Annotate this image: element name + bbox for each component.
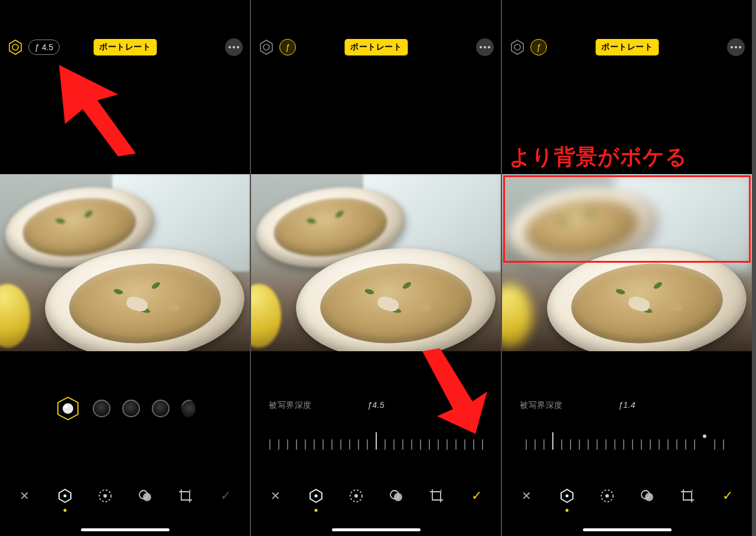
lighting-effect-row[interactable] — [0, 394, 250, 423]
f-symbol: ƒ — [536, 43, 541, 52]
panel-1: ƒ 4.5 ポートレート ✕ — [0, 0, 251, 536]
aperture-button[interactable]: ƒ — [530, 39, 547, 55]
svg-marker-12 — [260, 40, 272, 54]
depth-value: ƒ4.5 — [367, 400, 384, 410]
done-button[interactable]: ✓ — [467, 486, 487, 506]
svg-point-3 — [63, 403, 73, 414]
portrait-lighting-icon[interactable] — [258, 39, 275, 55]
aperture-value: ƒ 4.5 — [35, 43, 53, 52]
panel-2: ƒ ポートレート 被写界深度 ƒ4.5 ✕ — [251, 0, 502, 536]
svg-point-8 — [103, 494, 107, 498]
slider-indicator[interactable] — [376, 432, 377, 450]
home-indicator[interactable] — [583, 528, 672, 531]
slider-origin-dot — [703, 434, 706, 438]
svg-point-22 — [514, 44, 520, 50]
svg-marker-0 — [9, 40, 21, 54]
mode-badge[interactable]: ポートレート — [344, 39, 408, 55]
svg-marker-21 — [511, 40, 523, 54]
panel-3: ƒ ポートレート より背景がボケる 被写界深度 ƒ1.4 ✕ — [502, 0, 753, 536]
svg-point-28 — [645, 493, 653, 501]
photo-preview[interactable] — [0, 174, 250, 351]
edit-toolbar: ✕ ✓ — [251, 482, 501, 510]
cancel-button[interactable]: ✕ — [14, 486, 34, 506]
filters-tab-icon[interactable] — [135, 486, 155, 506]
aperture-button[interactable]: ƒ — [279, 39, 296, 55]
done-button[interactable]: ✓ — [216, 486, 236, 506]
portrait-tab-icon[interactable] — [55, 486, 75, 506]
svg-point-4 — [64, 405, 68, 408]
cancel-button[interactable]: ✕ — [265, 486, 285, 506]
annotation-arrow-1 — [47, 53, 154, 159]
lighting-option-5[interactable] — [181, 400, 195, 417]
portrait-tab-icon[interactable] — [306, 486, 326, 506]
filters-tab-icon[interactable] — [637, 486, 657, 506]
svg-marker-20 — [422, 348, 487, 434]
crop-tab-icon[interactable] — [426, 486, 447, 506]
topbar: ƒ ポートレート — [251, 35, 501, 59]
f-symbol: ƒ — [285, 43, 290, 52]
adjust-tab-icon[interactable] — [346, 486, 366, 506]
depth-labels: 被写界深度 ƒ1.4 — [502, 400, 752, 411]
lighting-hex-selected[interactable] — [55, 396, 81, 421]
home-indicator[interactable] — [332, 528, 421, 531]
home-indicator[interactable] — [81, 528, 170, 531]
slider-indicator[interactable] — [552, 432, 553, 450]
portrait-lighting-icon[interactable] — [7, 39, 24, 55]
svg-point-26 — [605, 494, 609, 498]
annotation-text: より背景がボケる — [509, 143, 687, 172]
photo-preview[interactable] — [502, 174, 752, 351]
more-button[interactable] — [727, 38, 745, 56]
adjust-tab-icon[interactable] — [95, 486, 115, 506]
cancel-button[interactable]: ✕ — [516, 486, 536, 506]
svg-point-15 — [314, 495, 317, 498]
svg-marker-11 — [59, 65, 136, 156]
depth-label: 被写界深度 — [269, 400, 312, 411]
more-button[interactable] — [225, 38, 243, 56]
adjust-tab-icon[interactable] — [597, 486, 617, 506]
photo-preview[interactable] — [251, 174, 501, 351]
crop-tab-icon[interactable] — [175, 486, 195, 506]
svg-point-6 — [63, 495, 66, 498]
svg-point-10 — [143, 493, 151, 501]
crop-tab-icon[interactable] — [677, 486, 698, 506]
mode-badge[interactable]: ポートレート — [595, 39, 659, 55]
topbar: ƒ ポートレート — [502, 35, 752, 59]
depth-slider[interactable] — [502, 427, 752, 450]
annotation-arrow-2 — [405, 345, 493, 434]
more-button[interactable] — [476, 38, 494, 56]
annotation-highlight-box — [503, 175, 751, 263]
svg-point-24 — [565, 495, 568, 498]
lighting-option-3[interactable] — [122, 400, 140, 417]
lighting-option-2[interactable] — [93, 400, 110, 417]
lighting-option-4[interactable] — [152, 400, 170, 417]
depth-label: 被写界深度 — [520, 400, 563, 411]
done-button[interactable]: ✓ — [718, 486, 738, 506]
svg-point-1 — [12, 44, 18, 50]
svg-point-17 — [354, 494, 358, 498]
portrait-lighting-icon[interactable] — [509, 39, 526, 55]
edit-toolbar: ✕ ✓ — [0, 482, 250, 510]
svg-point-13 — [263, 44, 269, 50]
filters-tab-icon[interactable] — [386, 486, 406, 506]
edit-toolbar: ✕ ✓ — [502, 482, 752, 510]
svg-point-19 — [394, 493, 402, 501]
portrait-tab-icon[interactable] — [557, 486, 577, 506]
depth-value: ƒ1.4 — [618, 400, 636, 410]
